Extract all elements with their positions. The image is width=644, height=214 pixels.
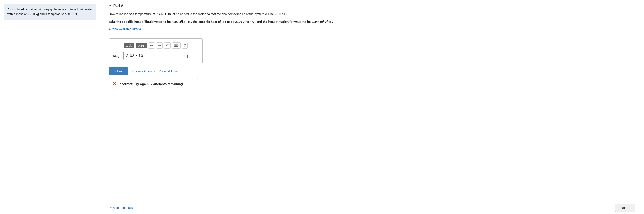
answer-input[interactable] xyxy=(124,52,183,60)
symbol-button[interactable]: ΑΣφ xyxy=(136,43,147,48)
undo-button[interactable]: ↩ xyxy=(148,42,155,48)
hint-link[interactable]: ▶ View Available Hint(s) xyxy=(109,27,141,31)
feedback-text: Incorrect; Try Again; 7 attempts remaini… xyxy=(118,82,183,86)
incorrect-icon: ✕ xyxy=(113,82,116,86)
provide-feedback-link[interactable]: Provide Feedback xyxy=(109,206,133,210)
part-header: ▼ Part A xyxy=(109,4,636,8)
previous-answers-link[interactable]: Previous Answers xyxy=(132,70,155,73)
main-panel: ▼ Part A How much ice at a temperature o… xyxy=(100,0,644,214)
problem-statement: An insulated container with negligible m… xyxy=(4,4,96,20)
hint-arrow-icon: ▶ xyxy=(109,27,111,31)
feedback-box: ✕ Incorrect; Try Again; 7 attempts remai… xyxy=(109,78,198,89)
redo-icon: ↪ xyxy=(158,44,161,47)
matrix-sqrt-button[interactable]: ⊞ √□ xyxy=(124,43,134,48)
next-button[interactable]: Next › xyxy=(615,204,636,212)
reset-icon: ↺ xyxy=(166,44,169,47)
submit-row: Submit Previous Answers Request Answer xyxy=(109,67,636,75)
answer-box: ⊞ √□ ΑΣφ ↩ ↪ ↺ ⌨ ? xyxy=(109,38,202,64)
matrix-icon: ⊞ xyxy=(126,44,128,47)
question-line1: How much ice at a temperature of -14.6 °… xyxy=(109,12,288,16)
submit-button[interactable]: Submit xyxy=(109,67,128,75)
input-row: mice = kg xyxy=(113,52,198,60)
sqrt-symbol: √□ xyxy=(129,44,132,47)
request-answer-link[interactable]: Request Answer xyxy=(159,70,180,73)
part-label: Part A xyxy=(114,4,124,8)
variable-label: mice = xyxy=(113,54,122,58)
next-chevron-icon: › xyxy=(629,206,630,210)
unit-label: kg xyxy=(185,54,188,58)
help-icon: ? xyxy=(184,44,186,47)
keyboard-icon: ⌨ xyxy=(174,44,179,47)
reset-button[interactable]: ↺ xyxy=(164,42,170,48)
keyboard-button[interactable]: ⌨ xyxy=(172,42,180,48)
left-panel: An insulated container with negligible m… xyxy=(0,0,100,214)
question-text: How much ice at a temperature of -14.6 °… xyxy=(109,12,636,17)
undo-icon: ↩ xyxy=(150,44,153,47)
question-line2-bold: Take the specific heat of liquid water t… xyxy=(109,20,333,24)
help-button[interactable]: ? xyxy=(182,43,188,48)
bottom-bar: Provide Feedback Next › xyxy=(0,201,644,214)
question-line2: Take the specific heat of liquid water t… xyxy=(109,19,636,24)
collapse-arrow-icon[interactable]: ▼ xyxy=(109,4,112,8)
toolbar: ⊞ √□ ΑΣφ ↩ ↪ ↺ ⌨ ? xyxy=(113,42,198,48)
redo-button[interactable]: ↪ xyxy=(156,42,163,48)
